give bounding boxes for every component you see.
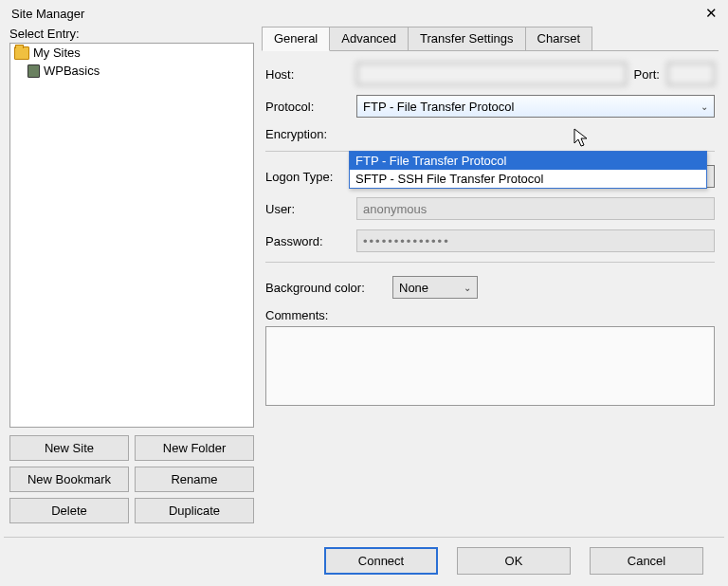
bg-color-value: None <box>399 281 428 295</box>
right-panel: General Advanced Transfer Settings Chars… <box>262 27 719 523</box>
left-panel: Select Entry: My Sites WPBasics New Site… <box>9 27 254 523</box>
protocol-value: FTP - File Transfer Protocol <box>363 100 514 114</box>
tree-child-wpbasics[interactable]: WPBasics <box>10 62 253 80</box>
tab-transfer-settings[interactable]: Transfer Settings <box>408 27 526 51</box>
folder-icon <box>14 46 29 60</box>
new-folder-button[interactable]: New Folder <box>135 435 254 461</box>
tab-general[interactable]: General <box>262 27 330 51</box>
protocol-dropdown-list: FTP - File Transfer Protocol SFTP - SSH … <box>349 151 707 189</box>
duplicate-button[interactable]: Duplicate <box>135 498 254 523</box>
divider <box>265 262 715 263</box>
port-label: Port: <box>634 67 660 82</box>
connect-button[interactable]: Connect <box>324 547 438 575</box>
host-label: Host: <box>265 67 349 82</box>
tab-charset[interactable]: Charset <box>525 27 593 51</box>
new-site-button[interactable]: New Site <box>9 435 129 461</box>
password-input[interactable] <box>356 229 715 252</box>
password-label: Password: <box>265 234 349 248</box>
user-label: User: <box>265 202 349 216</box>
rename-button[interactable]: Rename <box>135 467 254 492</box>
ok-button[interactable]: OK <box>457 547 571 575</box>
tab-advanced[interactable]: Advanced <box>329 27 409 51</box>
protocol-label: Protocol: <box>265 100 349 114</box>
host-input[interactable] <box>356 63 627 85</box>
bg-color-select[interactable]: None ⌄ <box>392 276 478 299</box>
new-bookmark-button[interactable]: New Bookmark <box>9 467 129 492</box>
bg-color-label: Background color: <box>265 281 385 295</box>
delete-button[interactable]: Delete <box>9 498 129 523</box>
window-title: Site Manager <box>11 7 84 21</box>
site-manager-window: Site Manager ✕ Select Entry: My Sites WP… <box>0 0 728 586</box>
protocol-option-ftp[interactable]: FTP - File Transfer Protocol <box>350 152 706 170</box>
protocol-option-sftp[interactable]: SFTP - SSH File Transfer Protocol <box>350 170 706 188</box>
select-entry-label: Select Entry: <box>9 27 254 41</box>
user-input[interactable] <box>356 197 715 220</box>
tree-child-label: WPBasics <box>44 64 100 78</box>
protocol-select[interactable]: FTP - File Transfer Protocol ⌄ <box>356 95 715 118</box>
title-bar: Site Manager ✕ <box>0 0 728 23</box>
tree-root-label: My Sites <box>33 46 81 60</box>
encryption-label: Encryption: <box>265 127 349 141</box>
cancel-button[interactable]: Cancel <box>590 547 703 575</box>
footer: Connect OK Cancel <box>4 537 724 586</box>
close-icon[interactable]: ✕ <box>703 6 719 21</box>
logon-type-label: Logon Type: <box>265 170 349 184</box>
chevron-down-icon: ⌄ <box>701 101 708 112</box>
tree-root[interactable]: My Sites <box>10 44 253 62</box>
comments-label: Comments: <box>265 308 328 322</box>
server-icon <box>27 64 40 78</box>
entry-tree[interactable]: My Sites WPBasics <box>9 43 254 428</box>
tabs: General Advanced Transfer Settings Chars… <box>262 27 719 51</box>
port-input[interactable] <box>667 63 715 85</box>
chevron-down-icon: ⌄ <box>464 283 471 293</box>
comments-input[interactable] <box>265 326 715 406</box>
